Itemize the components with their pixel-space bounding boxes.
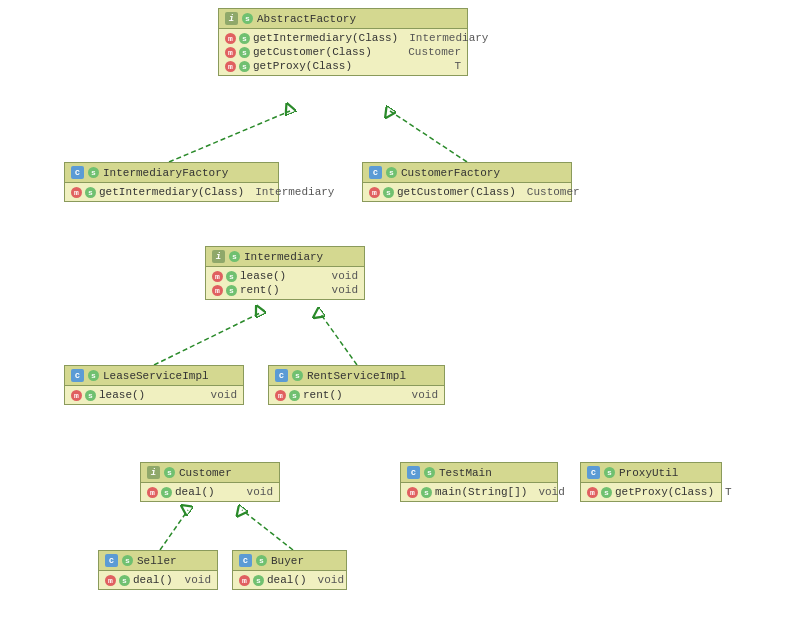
method-3-return: T xyxy=(446,60,461,72)
customer-method-1: m s deal() void xyxy=(147,485,273,499)
customerfactory-box: c s CustomerFactory m s getCustomer(Clas… xyxy=(362,162,572,202)
abstractfactory-method-3: m s getProxy(Class) T xyxy=(225,59,461,73)
buyer-type-icon: c xyxy=(239,554,252,567)
rentserviceimpl-title: RentServiceImpl xyxy=(307,370,406,382)
svg-line-1 xyxy=(169,111,290,162)
s-icon-1: s xyxy=(239,33,250,44)
lsi-method-1-return: void xyxy=(203,389,237,401)
int-method-2-return: void xyxy=(324,284,358,296)
testmain-body: m s main(String[]) void xyxy=(401,483,557,501)
leaseserviceimpl-box: c s LeaseServiceImpl m s lease() void xyxy=(64,365,244,405)
intermediaryfactory-s-icon: s xyxy=(88,167,99,178)
m-icon-cf1: m xyxy=(369,187,380,198)
proxyutil-header: c s ProxyUtil xyxy=(581,463,721,483)
s-icon-if1: s xyxy=(85,187,96,198)
m-icon-int2: m xyxy=(212,285,223,296)
testmain-header: c s TestMain xyxy=(401,463,557,483)
method-1-return: Intermediary xyxy=(401,32,488,44)
customer-body: m s deal() void xyxy=(141,483,279,501)
testmain-s-icon: s xyxy=(424,467,435,478)
seller-header: c s Seller xyxy=(99,551,217,571)
m-icon-sel1: m xyxy=(105,575,116,586)
m-icon-3: m xyxy=(225,61,236,72)
m-icon-cust1: m xyxy=(147,487,158,498)
svg-line-5 xyxy=(160,510,188,550)
int-method-1-return: void xyxy=(324,270,358,282)
rentserviceimpl-header: c s RentServiceImpl xyxy=(269,366,444,386)
intermediaryfactory-type-icon: c xyxy=(71,166,84,179)
leaseserviceimpl-body: m s lease() void xyxy=(65,386,243,404)
buy-method-1-return: void xyxy=(310,574,344,586)
customer-header: i s Customer xyxy=(141,463,279,483)
rsi-method-1-return: void xyxy=(404,389,438,401)
cust-method-1-name: deal() xyxy=(175,486,215,498)
if-method-1-return: Intermediary xyxy=(247,186,334,198)
pu-method-1-return: T xyxy=(717,486,732,498)
customerfactory-s-icon: s xyxy=(386,167,397,178)
buyer-s-icon: s xyxy=(256,555,267,566)
proxyutil-type-icon: c xyxy=(587,466,600,479)
s-icon-pu1: s xyxy=(601,487,612,498)
cf-method-1-return: Customer xyxy=(519,186,580,198)
intermediary-title: Intermediary xyxy=(244,251,323,263)
proxyutil-box: c s ProxyUtil m s getProxy(Class) T xyxy=(580,462,722,502)
intermediary-body: m s lease() void m s rent() void xyxy=(206,267,364,299)
intermediary-s-icon: s xyxy=(229,251,240,262)
leaseserviceimpl-method-1: m s lease() void xyxy=(71,388,237,402)
leaseserviceimpl-title: LeaseServiceImpl xyxy=(103,370,209,382)
svg-line-3 xyxy=(154,313,260,365)
m-icon-lsi1: m xyxy=(71,390,82,401)
diagram-container: i s AbstractFactory m s getIntermediary(… xyxy=(0,0,792,624)
sel-method-1-return: void xyxy=(177,574,211,586)
m-icon-pu1: m xyxy=(587,487,598,498)
s-icon-lsi1: s xyxy=(85,390,96,401)
abstractfactory-body: m s getIntermediary(Class) Intermediary … xyxy=(219,29,467,75)
m-icon-buy1: m xyxy=(239,575,250,586)
m-icon-rsi1: m xyxy=(275,390,286,401)
seller-method-1: m s deal() void xyxy=(105,573,211,587)
s-icon-tm1: s xyxy=(421,487,432,498)
seller-title: Seller xyxy=(137,555,177,567)
if-method-1-name: getIntermediary(Class) xyxy=(99,186,244,198)
intermediary-header: i s Intermediary xyxy=(206,247,364,267)
cust-method-1-return: void xyxy=(239,486,273,498)
tm-method-1-name: main(String[]) xyxy=(435,486,527,498)
seller-body: m s deal() void xyxy=(99,571,217,589)
s-icon-2: s xyxy=(239,47,250,58)
buy-method-1-name: deal() xyxy=(267,574,307,586)
abstractfactory-method-2: m s getCustomer(Class) Customer xyxy=(225,45,461,59)
buyer-box: c s Buyer m s deal() void xyxy=(232,550,347,590)
seller-type-icon: c xyxy=(105,554,118,567)
rentserviceimpl-s-icon: s xyxy=(292,370,303,381)
seller-box: c s Seller m s deal() void xyxy=(98,550,218,590)
testmain-box: c s TestMain m s main(String[]) void xyxy=(400,462,558,502)
intermediary-box: i s Intermediary m s lease() void m s re… xyxy=(205,246,365,300)
customer-box: i s Customer m s deal() void xyxy=(140,462,280,502)
intermediary-method-1: m s lease() void xyxy=(212,269,358,283)
s-icon-int2: s xyxy=(226,285,237,296)
intermediary-type-icon: i xyxy=(212,250,225,263)
rentserviceimpl-body: m s rent() void xyxy=(269,386,444,404)
s-icon-int1: s xyxy=(226,271,237,282)
rentserviceimpl-method-1: m s rent() void xyxy=(275,388,438,402)
intermediaryfactory-method-1: m s getIntermediary(Class) Intermediary xyxy=(71,185,272,199)
intermediaryfactory-header: c s IntermediaryFactory xyxy=(65,163,278,183)
s-icon-buy1: s xyxy=(253,575,264,586)
testmain-method-1: m s main(String[]) void xyxy=(407,485,551,499)
abstractfactory-box: i s AbstractFactory m s getIntermediary(… xyxy=(218,8,468,76)
seller-s-icon: s xyxy=(122,555,133,566)
m-icon-if1: m xyxy=(71,187,82,198)
buyer-header: c s Buyer xyxy=(233,551,346,571)
abstractfactory-s-icon: s xyxy=(242,13,253,24)
tm-method-1-return: void xyxy=(530,486,564,498)
method-2-return: Customer xyxy=(400,46,461,58)
proxyutil-method-1: m s getProxy(Class) T xyxy=(587,485,715,499)
s-icon-cust1: s xyxy=(161,487,172,498)
method-1-name: getIntermediary(Class) xyxy=(253,32,398,44)
intermediaryfactory-title: IntermediaryFactory xyxy=(103,167,228,179)
arrows-svg xyxy=(0,0,792,624)
customer-title: Customer xyxy=(179,467,232,479)
svg-line-6 xyxy=(242,510,293,550)
intermediaryfactory-body: m s getIntermediary(Class) Intermediary xyxy=(65,183,278,201)
sel-method-1-name: deal() xyxy=(133,574,173,586)
